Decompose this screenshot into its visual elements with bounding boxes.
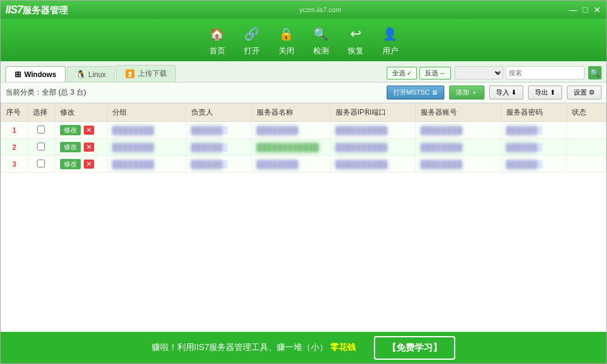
import-icon: ⬇ bbox=[511, 89, 517, 96]
row-1-delete-button[interactable]: ✕ bbox=[84, 126, 94, 135]
close-icon: 🔒 bbox=[277, 24, 296, 44]
col-group: 分组 bbox=[107, 104, 186, 122]
app-logo: IIS7服务器管理 bbox=[5, 4, 68, 16]
row-1-password: ██████ bbox=[501, 122, 566, 139]
nav-close[interactable]: 🔒 关闭 bbox=[277, 24, 296, 56]
home-icon: 🏠 bbox=[208, 24, 227, 44]
row-3-num: 3 bbox=[1, 156, 28, 173]
title-bar-left: IIS7服务器管理 bbox=[5, 4, 68, 16]
row-2-name: ████████████ bbox=[252, 139, 331, 156]
export-icon: ⬆ bbox=[550, 89, 555, 96]
tab-linux-label: Linux bbox=[89, 70, 106, 79]
search-button[interactable]: 🔍 bbox=[588, 66, 602, 79]
row-2-edit-button[interactable]: 修改 bbox=[60, 142, 81, 152]
row-3-person: ██████ bbox=[186, 156, 251, 173]
row-2-edit: 修改 ✕ bbox=[55, 139, 107, 156]
restore-button[interactable]: □ bbox=[581, 5, 589, 14]
tab-linux[interactable]: 🐧 Linux bbox=[67, 66, 115, 82]
row-1-person: ██████ bbox=[186, 122, 251, 139]
mstsc-icon: 🖥 bbox=[432, 89, 438, 96]
nav-open-label: 打开 bbox=[244, 46, 260, 56]
close-button[interactable]: ✕ bbox=[593, 5, 602, 14]
user-icon: 👤 bbox=[381, 24, 400, 44]
row-3-checkbox[interactable] bbox=[37, 160, 45, 167]
detect-icon: 🔍 bbox=[311, 24, 331, 44]
row-2-person: ██████ bbox=[186, 139, 251, 156]
table-row: 2 修改 ✕ ████████ ██████ ████████████ ████… bbox=[1, 139, 606, 156]
row-3-delete-button[interactable]: ✕ bbox=[84, 160, 94, 169]
search-icon: 🔍 bbox=[590, 69, 600, 78]
minimize-button[interactable]: — bbox=[569, 5, 577, 14]
col-status: 状态 bbox=[567, 104, 606, 122]
row-3-account: ████████ bbox=[416, 156, 501, 173]
col-ip: 服务器IP和端口 bbox=[330, 104, 416, 122]
col-account: 服务器账号 bbox=[416, 104, 501, 122]
row-3-password: ██████ bbox=[501, 156, 566, 173]
settings-icon: ⚙ bbox=[589, 89, 595, 96]
tab-upload[interactable]: ⏫ 上传下载 bbox=[116, 65, 176, 82]
select-all-icon: ✓ bbox=[407, 70, 412, 76]
tabs-area: ⊞ Windows 🐧 Linux ⏫ 上传下载 全选 ✓ 反选 ↔ bbox=[1, 61, 606, 83]
row-3-check[interactable] bbox=[28, 156, 55, 173]
nav-detect[interactable]: 🔍 检测 bbox=[311, 24, 331, 56]
nav-user[interactable]: 👤 用户 bbox=[381, 24, 400, 56]
col-num: 序号 bbox=[1, 104, 28, 122]
open-mstsc-button[interactable]: 打开MSTSC 🖥 bbox=[387, 86, 445, 99]
tab-windows[interactable]: ⊞ Windows bbox=[5, 66, 66, 82]
upload-icon: ⏫ bbox=[125, 69, 135, 78]
row-3-edit-button[interactable]: 修改 bbox=[60, 159, 81, 169]
tab-upload-label: 上传下载 bbox=[138, 69, 167, 79]
settings-button[interactable]: 设置 ⚙ bbox=[567, 86, 602, 99]
nav-open[interactable]: 🔗 打开 bbox=[242, 24, 262, 56]
windows-icon: ⊞ bbox=[15, 70, 21, 79]
row-3-group: ████████ bbox=[107, 156, 186, 173]
row-3-ip: ██████████ bbox=[330, 156, 416, 173]
row-3-edit: 修改 ✕ bbox=[55, 156, 107, 173]
category-dropdown[interactable] bbox=[455, 66, 503, 79]
search-input[interactable] bbox=[506, 66, 585, 79]
header-nav: 🏠 首页 🔗 打开 🔒 关闭 🔍 检测 ↩ 恢复 👤 用户 bbox=[1, 19, 606, 61]
linux-icon: 🐧 bbox=[76, 70, 86, 79]
nav-user-label: 用户 bbox=[382, 46, 398, 56]
table-row: 1 修改 ✕ ████████ ██████ ████████ ████████… bbox=[1, 122, 606, 139]
row-2-status bbox=[567, 139, 606, 156]
row-1-account: ████████ bbox=[416, 122, 501, 139]
row-1-edit-button[interactable]: 修改 bbox=[60, 125, 81, 135]
row-1-check[interactable] bbox=[28, 122, 55, 139]
add-icon: ＋ bbox=[471, 88, 478, 97]
open-icon: 🔗 bbox=[242, 24, 262, 44]
server-table: 序号 选择 修改 分组 负责人 服务器名称 服务器IP和端口 服务器账号 服务器… bbox=[1, 103, 606, 173]
row-3-status bbox=[567, 156, 606, 173]
row-2-check[interactable] bbox=[28, 139, 55, 156]
add-button[interactable]: 添加 ＋ bbox=[449, 86, 484, 99]
nav-restore[interactable]: ↩ 恢复 bbox=[346, 24, 365, 56]
select-btns: 全选 ✓ 反选 ↔ bbox=[387, 67, 451, 79]
row-1-checkbox[interactable] bbox=[37, 126, 45, 133]
export-button[interactable]: 导出 ⬆ bbox=[528, 86, 562, 99]
title-bar: IIS7服务器管理 yczm.iis7.com — □ ✕ bbox=[1, 1, 606, 19]
row-2-delete-button[interactable]: ✕ bbox=[84, 143, 94, 152]
col-name: 服务器名称 bbox=[252, 104, 331, 122]
table-area: 序号 选择 修改 分组 负责人 服务器名称 服务器IP和端口 服务器账号 服务器… bbox=[1, 103, 606, 332]
select-all-button[interactable]: 全选 ✓ bbox=[387, 67, 417, 79]
nav-home-label: 首页 bbox=[209, 46, 225, 56]
category-info: 当前分类：全部 (总 3 台) bbox=[5, 87, 382, 98]
row-2-checkbox[interactable] bbox=[37, 143, 45, 150]
free-learn-button[interactable]: 【免费学习】 bbox=[374, 336, 455, 360]
row-2-num: 2 bbox=[1, 139, 28, 156]
select-invert-icon: ↔ bbox=[439, 70, 446, 76]
col-password: 服务器密码 bbox=[501, 104, 566, 122]
toolbar: 当前分类：全部 (总 3 台) 打开MSTSC 🖥 添加 ＋ 导入 ⬇ 导出 ⬆… bbox=[1, 83, 606, 103]
row-1-group: ████████ bbox=[107, 122, 186, 139]
nav-detect-label: 检测 bbox=[313, 46, 329, 56]
select-invert-button[interactable]: 反选 ↔ bbox=[419, 67, 451, 79]
tabs-search: 全选 ✓ 反选 ↔ ▼ 🔍 bbox=[387, 66, 602, 82]
subtitle: yczm.iis7.com bbox=[299, 6, 341, 13]
import-button[interactable]: 导入 ⬇ bbox=[489, 86, 523, 99]
row-3-name: ████████ bbox=[252, 156, 331, 173]
table-row: 3 修改 ✕ ████████ ██████ ████████ ████████… bbox=[1, 156, 606, 173]
nav-home[interactable]: 🏠 首页 bbox=[208, 24, 227, 56]
col-edit: 修改 bbox=[55, 104, 107, 122]
tab-windows-label: Windows bbox=[24, 70, 56, 79]
nav-restore-label: 恢复 bbox=[348, 46, 364, 56]
